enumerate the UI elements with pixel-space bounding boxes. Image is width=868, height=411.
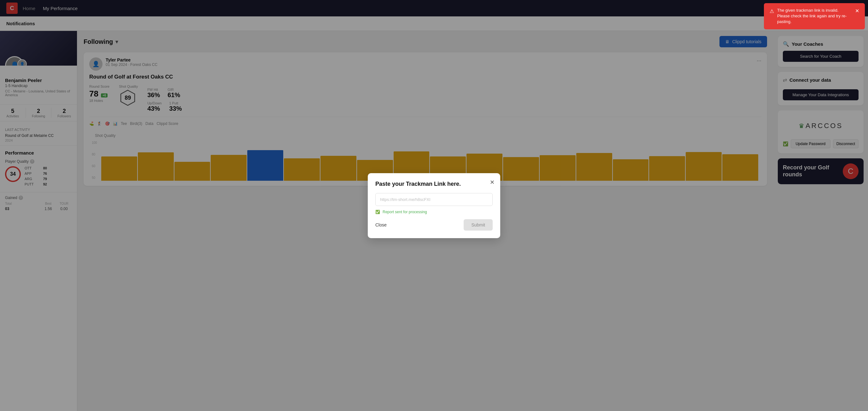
modal-close-button[interactable]: Close bbox=[375, 222, 387, 227]
modal-overlay: Paste your Trackman Link here. ✕ ✅ Repor… bbox=[0, 0, 868, 411]
modal-actions: Close Submit bbox=[375, 219, 493, 230]
toast-warning-icon: ⚠ bbox=[770, 8, 774, 15]
modal-success-message: ✅ Report sent for processing bbox=[375, 210, 493, 214]
toast-message: The given trackman link is invalid. Plea… bbox=[777, 7, 852, 25]
modal-submit-button[interactable]: Submit bbox=[464, 219, 493, 230]
modal-title: Paste your Trackman Link here. bbox=[375, 181, 493, 187]
error-toast: ⚠ The given trackman link is invalid. Pl… bbox=[764, 3, 865, 29]
trackman-link-input[interactable] bbox=[375, 193, 493, 206]
modal-close-icon-button[interactable]: ✕ bbox=[490, 179, 495, 186]
trackman-modal: Paste your Trackman Link here. ✕ ✅ Repor… bbox=[368, 173, 500, 238]
toast-close-button[interactable]: ✕ bbox=[855, 7, 859, 14]
success-check-icon: ✅ bbox=[375, 210, 380, 214]
